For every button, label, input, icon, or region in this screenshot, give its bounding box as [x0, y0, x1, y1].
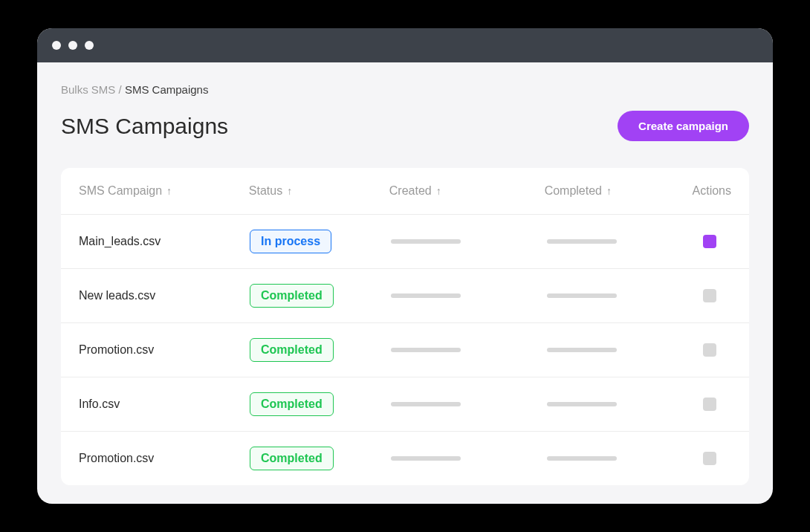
campaign-actions-cell [696, 398, 731, 411]
campaign-status-cell: Completed [250, 338, 391, 362]
column-header-status-label: Status [249, 184, 282, 198]
table-body: Main_leads.csv In process New leads.csv … [61, 215, 749, 485]
minimize-window-icon[interactable] [68, 41, 77, 50]
campaign-name: Promotion.csv [79, 343, 154, 357]
campaign-created-cell [391, 402, 547, 406]
column-header-status[interactable]: Status ↑ [249, 184, 389, 198]
campaign-completed-cell [547, 402, 696, 406]
status-badge: Completed [250, 284, 334, 308]
table-row: Info.csv Completed [61, 377, 749, 432]
column-header-name-label: SMS Campaign [79, 184, 162, 198]
table-header-row: SMS Campaign ↑ Status ↑ Created ↑ Comple… [61, 168, 749, 215]
campaign-created-cell [391, 293, 547, 298]
sort-arrow-up-icon: ↑ [166, 185, 172, 197]
placeholder-bar [547, 293, 617, 298]
placeholder-bar [391, 239, 461, 244]
placeholder-bar [547, 402, 617, 406]
table-row: Promotion.csv Completed [61, 323, 749, 377]
close-window-icon[interactable] [52, 41, 61, 50]
placeholder-bar [547, 239, 617, 244]
status-badge: Completed [250, 338, 334, 362]
campaign-name: Info.csv [79, 398, 120, 411]
action-button[interactable] [703, 398, 716, 411]
campaign-status-cell: Completed [250, 284, 391, 308]
campaign-actions-cell [696, 452, 731, 465]
maximize-window-icon[interactable] [85, 41, 94, 50]
action-button[interactable] [703, 343, 716, 357]
campaign-name-cell: Promotion.csv [79, 452, 250, 465]
campaign-actions-cell [696, 289, 731, 302]
main-content: Bulks SMS / SMS Campaigns SMS Campaigns … [37, 62, 773, 504]
column-header-created[interactable]: Created ↑ [389, 184, 545, 198]
placeholder-bar [391, 293, 461, 298]
table-row: New leads.csv Completed [61, 269, 749, 323]
placeholder-bar [547, 456, 617, 461]
placeholder-bar [391, 456, 461, 461]
action-button[interactable] [703, 235, 716, 248]
campaign-completed-cell [547, 456, 696, 461]
campaign-name-cell: New leads.csv [79, 289, 250, 302]
create-campaign-button[interactable]: Create campaign [618, 111, 749, 141]
sort-arrow-up-icon: ↑ [436, 185, 441, 197]
page-header: SMS Campaigns Create campaign [61, 111, 749, 141]
action-button[interactable] [703, 289, 716, 302]
column-header-completed-label: Completed [545, 184, 602, 198]
status-badge: Completed [250, 447, 334, 470]
campaign-status-cell: Completed [250, 447, 391, 470]
breadcrumb-parent[interactable]: Bulks SMS [61, 83, 115, 96]
column-header-created-label: Created [389, 184, 432, 198]
breadcrumb-current: SMS Campaigns [125, 83, 209, 96]
campaign-completed-cell [547, 293, 696, 298]
campaign-completed-cell [547, 348, 696, 352]
campaign-name-cell: Main_leads.csv [79, 235, 250, 248]
breadcrumb-separator: / [119, 83, 122, 96]
campaign-created-cell [391, 239, 547, 244]
table-row: Promotion.csv Completed [61, 432, 749, 485]
sort-arrow-up-icon: ↑ [287, 185, 292, 197]
campaign-status-cell: In process [250, 230, 391, 253]
campaigns-table: SMS Campaign ↑ Status ↑ Created ↑ Comple… [61, 168, 749, 485]
placeholder-bar [391, 348, 461, 352]
placeholder-bar [547, 348, 617, 352]
breadcrumb: Bulks SMS / SMS Campaigns [61, 83, 749, 96]
campaign-name-cell: Info.csv [79, 398, 250, 411]
page-title: SMS Campaigns [61, 114, 228, 139]
column-header-name[interactable]: SMS Campaign ↑ [79, 184, 249, 198]
window-titlebar [37, 28, 773, 62]
campaign-name: Promotion.csv [79, 452, 154, 465]
campaign-created-cell [391, 348, 547, 352]
campaign-name: Main_leads.csv [79, 235, 161, 248]
campaign-name: New leads.csv [79, 289, 155, 302]
campaign-created-cell [391, 456, 547, 461]
column-header-actions-label: Actions [693, 184, 731, 198]
action-button[interactable] [703, 452, 716, 465]
app-window: Bulks SMS / SMS Campaigns SMS Campaigns … [37, 28, 773, 504]
placeholder-bar [391, 402, 461, 406]
campaign-completed-cell [547, 239, 696, 244]
column-header-actions: Actions [693, 184, 731, 198]
campaign-name-cell: Promotion.csv [79, 343, 250, 357]
campaign-status-cell: Completed [250, 392, 391, 416]
status-badge: In process [250, 230, 331, 253]
table-row: Main_leads.csv In process [61, 215, 749, 269]
campaign-actions-cell [696, 343, 731, 357]
column-header-completed[interactable]: Completed ↑ [545, 184, 693, 198]
sort-arrow-up-icon: ↑ [606, 185, 612, 197]
status-badge: Completed [250, 392, 334, 416]
campaign-actions-cell [696, 235, 731, 248]
